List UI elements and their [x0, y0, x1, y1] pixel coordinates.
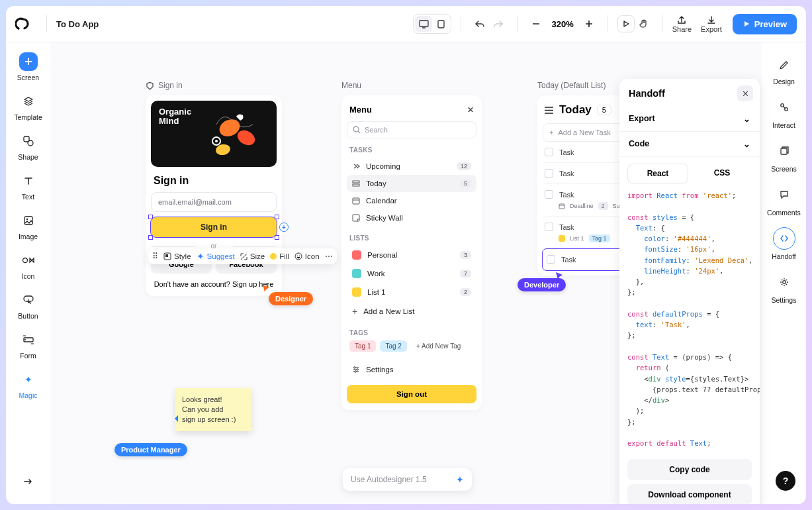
tab-react[interactable]: React: [627, 164, 688, 183]
play-icon[interactable]: [617, 15, 635, 32]
icon-control[interactable]: Icon: [294, 252, 320, 260]
menu-sticky[interactable]: Sticky Wall: [347, 209, 476, 227]
add-tag[interactable]: + Add New Tag: [411, 340, 466, 352]
email-field[interactable]: email.email@mail.com: [151, 192, 277, 212]
help-button[interactable]: ?: [776, 471, 795, 491]
topbar: To Do App 320% Share Export: [6, 6, 806, 42]
svg-rect-24: [165, 254, 168, 257]
tool-magic[interactable]: ✦Magic: [6, 370, 50, 399]
signin-button[interactable]: Sign in +: [151, 217, 277, 237]
close-icon[interactable]: ✕: [467, 105, 474, 115]
rail-interact[interactable]: Interact: [762, 96, 806, 129]
hamburger-icon[interactable]: [544, 106, 554, 115]
sticky-note[interactable]: Looks great! Can you add sign up screen …: [175, 388, 251, 431]
undo-icon[interactable]: [471, 15, 489, 33]
rail-handoff[interactable]: Handoff: [762, 227, 806, 260]
cursor-designer: Designer: [269, 292, 313, 305]
rail-comments[interactable]: Comments: [762, 183, 806, 217]
add-list[interactable]: +Add a New List: [347, 301, 476, 321]
autodesigner-bar[interactable]: Use Autodesigner 1.5 ✦: [343, 468, 472, 491]
tool-form[interactable]: Form: [6, 331, 50, 360]
hand-icon[interactable]: [635, 15, 653, 33]
section-code[interactable]: Code⌄: [619, 132, 760, 157]
svg-line-27: [358, 131, 360, 133]
export-button[interactable]: Export: [701, 15, 722, 33]
hero-image[interactable]: Organic Mind: [151, 101, 277, 167]
svg-point-26: [353, 127, 359, 132]
svg-point-37: [357, 369, 359, 371]
artboard-menu[interactable]: Menu Menu ✕ Search TASKS Upcoming12 Toda…: [341, 95, 482, 410]
list-list1[interactable]: List 12: [347, 283, 476, 301]
signup-link[interactable]: Don't have an account? Sign up here: [151, 280, 277, 288]
tag-1[interactable]: Tag 1: [349, 340, 376, 352]
menu-calendar[interactable]: Calendar: [347, 192, 476, 209]
zoom-out-icon[interactable]: [527, 15, 545, 33]
svg-point-47: [782, 281, 786, 284]
size-control[interactable]: Size: [240, 252, 265, 260]
element-inspector[interactable]: ⠿ Style ✦Suggest Size Fill Icon ⋯: [148, 248, 337, 264]
artboard-label[interactable]: Today (Default List): [537, 81, 606, 90]
today-count: 5: [597, 105, 611, 115]
tab-css[interactable]: CSS: [692, 164, 752, 183]
download-component-button[interactable]: Download component: [627, 484, 752, 504]
artboard-signin[interactable]: Sign in Organic Mind Sign in: [146, 95, 282, 296]
tool-icon[interactable]: Icon: [6, 251, 50, 280]
rail-design[interactable]: Design: [762, 52, 806, 85]
svg-point-22: [215, 140, 218, 142]
list-work[interactable]: Work7: [347, 264, 476, 283]
zoom-value[interactable]: 320%: [551, 19, 573, 29]
style-control[interactable]: Style: [163, 252, 191, 260]
signout-button[interactable]: Sign out: [347, 385, 476, 403]
svg-point-11: [26, 219, 27, 220]
menu-upcoming[interactable]: Upcoming12: [347, 158, 476, 175]
tool-image[interactable]: Image: [6, 211, 50, 240]
svg-rect-46: [781, 148, 787, 154]
project-title[interactable]: To Do App: [56, 19, 99, 29]
suggest-control[interactable]: ✦Suggest: [197, 251, 235, 262]
desktop-device-icon[interactable]: [415, 16, 432, 32]
device-toggle[interactable]: [413, 14, 451, 34]
tool-shape[interactable]: Shape: [6, 132, 50, 161]
search-input[interactable]: Search: [347, 121, 476, 138]
svg-rect-29: [353, 184, 359, 186]
zoom-in-icon[interactable]: [580, 15, 598, 33]
close-panel-icon[interactable]: ✕: [737, 85, 753, 101]
rail-screens[interactable]: Screens: [762, 140, 806, 173]
svg-point-9: [28, 140, 33, 146]
rail-settings[interactable]: Settings: [762, 271, 806, 304]
svg-rect-0: [420, 21, 428, 26]
artboard-label[interactable]: Menu: [341, 81, 361, 90]
fill-control[interactable]: Fill: [270, 252, 289, 260]
handoff-panel: Handoff ✕ Export⌄ Code⌄ React CSS import…: [619, 79, 760, 504]
tool-button[interactable]: Button: [6, 291, 50, 320]
chevron-down-icon: ⌄: [743, 139, 750, 149]
copy-code-button[interactable]: Copy code: [627, 459, 752, 480]
menu-settings[interactable]: Settings: [347, 361, 476, 378]
add-link-icon[interactable]: +: [279, 223, 289, 232]
svg-point-36: [354, 367, 356, 369]
menu-today[interactable]: Today5: [347, 175, 476, 192]
svg-point-12: [23, 258, 27, 263]
svg-rect-32: [353, 215, 359, 221]
more-icon[interactable]: ⋯: [325, 252, 333, 261]
artboard-label[interactable]: Sign in: [146, 81, 183, 90]
list-personal[interactable]: Personal3: [347, 246, 476, 264]
share-button[interactable]: Share: [672, 15, 692, 33]
code-block[interactable]: import React from 'react'; const styles …: [619, 183, 760, 455]
section-export[interactable]: Export⌄: [619, 107, 760, 132]
preview-button[interactable]: Preview: [733, 14, 797, 34]
right-toolbar: Design Interact Screens Comments Handoff…: [762, 42, 806, 504]
today-title: Today: [559, 103, 592, 117]
collapse-rail-icon[interactable]: [6, 472, 50, 491]
cursor-pm: Product Manager: [114, 443, 187, 456]
svg-point-38: [355, 371, 357, 373]
tag-2[interactable]: Tag 2: [380, 340, 406, 352]
tool-screen[interactable]: Screen: [6, 52, 50, 81]
svg-rect-2: [438, 21, 444, 28]
menu-title: Menu: [349, 105, 372, 115]
svg-rect-28: [353, 181, 359, 183]
tool-template[interactable]: Template: [6, 92, 50, 121]
mobile-device-icon[interactable]: [432, 16, 449, 32]
drag-handle-icon[interactable]: ⠿: [152, 252, 158, 261]
tool-text[interactable]: Text: [6, 172, 50, 201]
